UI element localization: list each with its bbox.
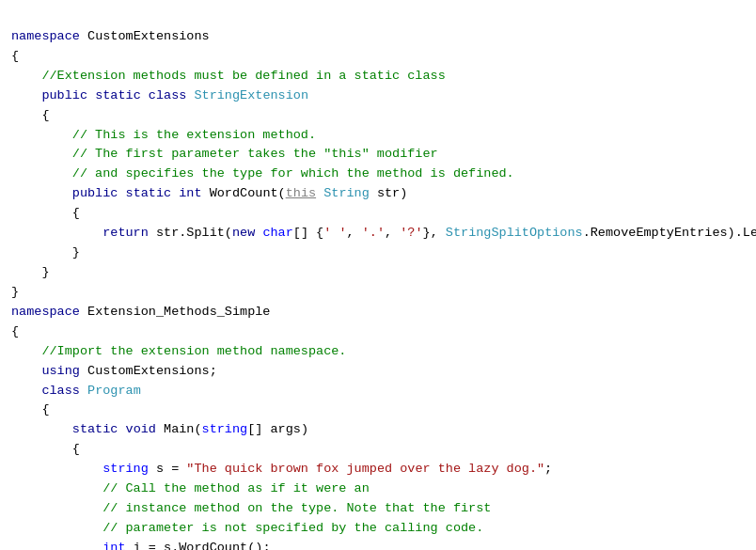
line-1: namespace CustomExtensions { //Extension… (11, 29, 756, 550)
code-editor: namespace CustomExtensions { //Extension… (11, 8, 745, 550)
